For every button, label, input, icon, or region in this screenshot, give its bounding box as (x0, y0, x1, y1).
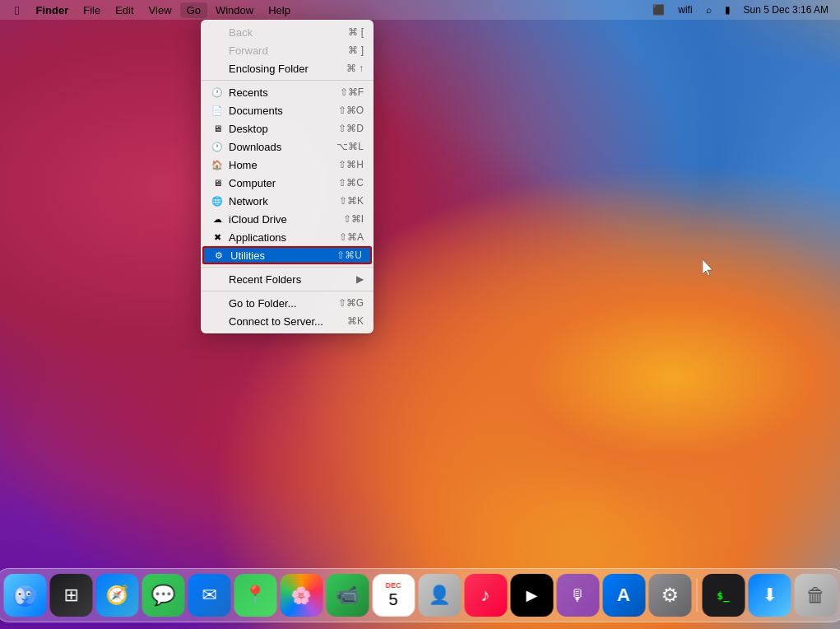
dock-icon-system-preferences[interactable]: ⚙ (648, 574, 691, 617)
dock-icon-appletv[interactable]: ▶ (510, 574, 553, 617)
calendar-month: DEC (385, 581, 401, 589)
calendar-date: 5 (385, 589, 401, 609)
desktop-background (0, 0, 840, 629)
dock-icon-trash[interactable]: 🗑 (794, 574, 837, 617)
svg-point-3 (15, 588, 25, 604)
menu-item-recent-folders-label: Recent Folders (229, 273, 356, 286)
dock-icon-facetime[interactable]: 📹 (326, 574, 369, 617)
menubar-view[interactable]: View (142, 2, 179, 18)
menu-item-go-to-folder-shortcut: ⇧⌘G (338, 297, 364, 309)
recent-folders-icon (211, 273, 224, 286)
menubar-datetime: Sun 5 Dec 3:16 AM (739, 2, 833, 17)
menu-item-back[interactable]: Back ⌘ [ (201, 23, 374, 41)
menu-item-documents-label: Documents (229, 105, 338, 117)
documents-icon: 📄 (211, 104, 224, 117)
dock-icon-mail[interactable]: ✉ (188, 574, 230, 617)
dock-icon-finder[interactable] (3, 574, 46, 617)
menu-item-desktop-label: Desktop (229, 123, 338, 135)
network-icon: 🌐 (211, 194, 224, 207)
menu-separator-2 (201, 267, 374, 268)
menu-item-enclosing-folder-label: Enclosing Folder (229, 63, 346, 75)
computer-icon: 🖥 (211, 176, 224, 189)
home-icon: 🏠 (211, 158, 224, 171)
menubar-battery[interactable]: ▮ (720, 2, 736, 17)
menu-item-recents[interactable]: 🕐 Recents ⇧⌘F (201, 83, 374, 101)
menubar-file[interactable]: File (77, 2, 107, 18)
dock: ⊞ 🧭 💬 ✉ 📍 🌸 📹 DEC 5 👤 ♪ ▶ 🎙 A ⚙ $_ ⬇ 🗑 (0, 568, 840, 622)
enclosing-folder-icon (211, 62, 224, 75)
go-to-folder-icon (211, 296, 224, 310)
dock-icon-downloads[interactable]: ⬇ (748, 574, 791, 617)
menu-item-icloud-drive-label: iCloud Drive (229, 213, 343, 226)
menubar-search[interactable]: ⌕ (701, 2, 717, 17)
menubar-finder[interactable]: Finder (29, 2, 75, 18)
forward-icon (211, 44, 224, 57)
menu-item-utilities-label: Utilities (230, 249, 336, 262)
menubar-window[interactable]: Window (209, 2, 260, 18)
menu-item-downloads[interactable]: 🕐 Downloads ⌥⌘L (201, 137, 374, 156)
back-icon (211, 26, 224, 39)
connect-to-server-icon (211, 314, 224, 328)
dock-icon-launchpad[interactable]: ⊞ (49, 574, 92, 617)
menu-item-documents[interactable]: 📄 Documents ⇧⌘O (201, 101, 374, 119)
menu-item-back-label: Back (229, 26, 348, 39)
dock-icon-contacts[interactable]: 👤 (418, 574, 461, 617)
dock-icon-appstore[interactable]: A (602, 574, 645, 617)
menu-item-go-to-folder[interactable]: Go to Folder... ⇧⌘G (201, 294, 374, 312)
utilities-icon: ⚙ (212, 249, 225, 262)
menu-item-applications-label: Applications (229, 231, 339, 244)
menu-item-connect-to-server-shortcut: ⌘K (347, 315, 364, 327)
menu-item-documents-shortcut: ⇧⌘O (338, 105, 364, 116)
icloud-icon: ☁ (211, 212, 224, 226)
menubar:  Finder File Edit View Go Window Help ⬛… (0, 0, 840, 20)
menu-item-recent-folders[interactable]: Recent Folders ▶ (201, 270, 374, 288)
dock-icon-photos[interactable]: 🌸 (280, 574, 323, 617)
menu-item-desktop[interactable]: 🖥 Desktop ⇧⌘D (201, 119, 374, 137)
menu-item-icloud-drive[interactable]: ☁ iCloud Drive ⇧⌘I (201, 210, 374, 228)
dock-icon-terminal[interactable]: $_ (702, 574, 745, 617)
menu-item-recents-label: Recents (229, 86, 340, 99)
recents-icon: 🕐 (211, 86, 224, 99)
dock-icon-calendar[interactable]: DEC 5 (372, 574, 415, 617)
menu-item-enclosing-folder-shortcut: ⌘ ↑ (346, 63, 364, 74)
menu-item-icloud-drive-shortcut: ⇧⌘I (343, 213, 364, 225)
menu-item-recent-folders-arrow: ▶ (356, 273, 364, 285)
menu-item-desktop-shortcut: ⇧⌘D (338, 123, 364, 134)
menu-item-network-label: Network (229, 195, 339, 207)
menu-item-applications-shortcut: ⇧⌘A (339, 231, 364, 243)
menubar-go[interactable]: Go (180, 2, 207, 18)
desktop-icon: 🖥 (211, 122, 224, 135)
apple-menu[interactable]:  (7, 2, 27, 19)
svg-point-8 (27, 593, 29, 595)
menu-item-enclosing-folder[interactable]: Enclosing Folder ⌘ ↑ (201, 59, 374, 77)
menu-item-connect-to-server[interactable]: Connect to Server... ⌘K (201, 312, 374, 330)
menu-item-home-shortcut: ⇧⌘H (338, 159, 364, 170)
menu-item-applications[interactable]: ✖ Applications ⇧⌘A (201, 228, 374, 246)
menu-item-computer-shortcut: ⇧⌘C (338, 177, 364, 189)
dock-icon-maps[interactable]: 📍 (234, 574, 276, 617)
dock-icon-music[interactable]: ♪ (464, 574, 507, 617)
menu-item-forward[interactable]: Forward ⌘ ] (201, 41, 374, 59)
menu-item-computer[interactable]: 🖥 Computer ⇧⌘C (201, 174, 374, 192)
dock-icon-messages[interactable]: 💬 (142, 574, 184, 617)
menubar-wifi[interactable]: wifi (673, 2, 697, 17)
dock-icon-safari[interactable]: 🧭 (95, 574, 138, 617)
menu-separator-3 (201, 291, 374, 291)
downloads-icon: 🕐 (211, 140, 224, 153)
menu-item-computer-label: Computer (229, 177, 338, 189)
go-dropdown-menu: Back ⌘ [ Forward ⌘ ] Enclosing Folder ⌘ … (201, 20, 374, 333)
menu-item-utilities-shortcut: ⇧⌘U (336, 249, 362, 261)
menu-item-connect-to-server-label: Connect to Server... (229, 315, 347, 328)
cursor (703, 259, 712, 274)
menubar-screen-record[interactable]: ⬛ (647, 2, 670, 17)
menu-item-back-shortcut: ⌘ [ (348, 26, 364, 38)
menu-item-network[interactable]: 🌐 Network ⇧⌘K (201, 192, 374, 210)
menubar-edit[interactable]: Edit (109, 2, 140, 18)
menubar-help[interactable]: Help (262, 2, 297, 18)
dock-icon-podcasts[interactable]: 🎙 (556, 574, 599, 617)
menu-item-network-shortcut: ⇧⌘K (339, 195, 364, 207)
menu-item-forward-shortcut: ⌘ ] (348, 44, 364, 56)
menu-item-home[interactable]: 🏠 Home ⇧⌘H (201, 156, 374, 174)
menu-item-utilities[interactable]: ⚙ Utilities ⇧⌘U (202, 246, 372, 264)
dock-separator (696, 579, 697, 612)
